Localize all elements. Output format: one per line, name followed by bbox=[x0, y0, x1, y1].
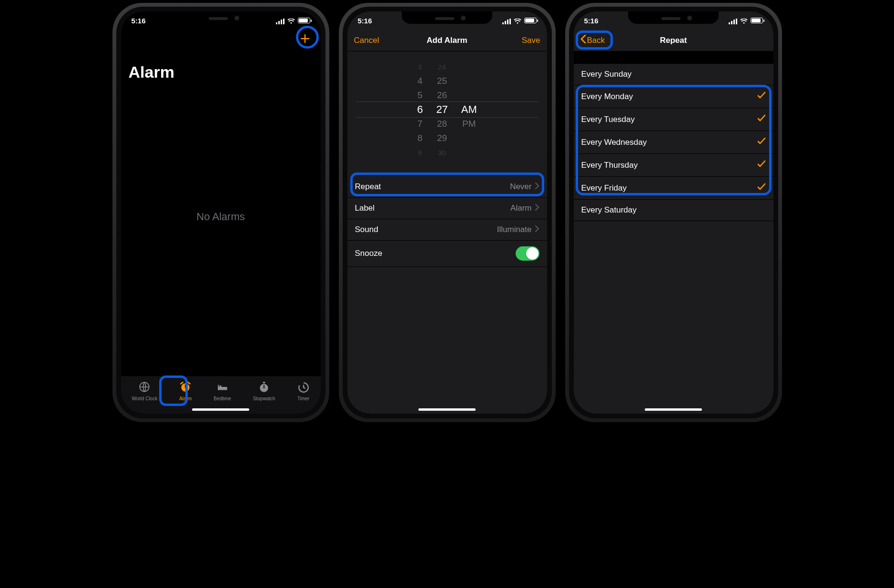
picker-value: 8 bbox=[417, 132, 423, 145]
svg-rect-10 bbox=[263, 382, 265, 383]
day-row-monday[interactable]: Every Monday bbox=[574, 85, 773, 108]
tab-world-clock[interactable]: World Clock bbox=[132, 381, 157, 401]
status-time: 5:16 bbox=[358, 17, 372, 25]
picker-value: 7 bbox=[417, 117, 423, 131]
home-indicator[interactable] bbox=[645, 408, 702, 411]
picker-value: 5 bbox=[417, 89, 423, 102]
stopwatch-icon bbox=[258, 381, 270, 394]
day-row-saturday[interactable]: Every Saturday bbox=[574, 200, 773, 221]
picker-value: 25 bbox=[437, 74, 447, 88]
svg-rect-13 bbox=[507, 20, 508, 24]
nav-bar: Back Repeat bbox=[574, 30, 773, 51]
screen-repeat: 5:16 Back Repeat bbox=[574, 11, 773, 414]
notch bbox=[402, 11, 492, 24]
tab-bedtime[interactable]: Bedtime bbox=[213, 381, 231, 401]
svg-rect-3 bbox=[283, 19, 284, 24]
row-label: Label bbox=[355, 203, 375, 213]
home-indicator[interactable] bbox=[418, 408, 476, 411]
day-label: Every Thursday bbox=[581, 161, 638, 170]
row-value: Alarm bbox=[510, 203, 531, 213]
battery-icon bbox=[298, 18, 310, 23]
day-label: Every Tuesday bbox=[581, 115, 635, 124]
day-row-friday[interactable]: Every Friday bbox=[574, 177, 773, 200]
notch bbox=[175, 11, 266, 24]
day-row-wednesday[interactable]: Every Wednesday bbox=[574, 131, 773, 154]
picker-period-column[interactable]: AM PM bbox=[461, 60, 477, 159]
svg-rect-16 bbox=[731, 21, 732, 24]
picker-value: PM bbox=[462, 117, 476, 131]
svg-rect-15 bbox=[729, 22, 730, 24]
row-label: Sound bbox=[355, 225, 378, 234]
picker-value: 24 bbox=[438, 60, 446, 73]
picker-value: 9 bbox=[418, 146, 422, 159]
chevron-right-icon bbox=[535, 203, 539, 213]
page-title: Alarm bbox=[129, 63, 321, 81]
tab-label: Timer bbox=[297, 396, 309, 401]
checkmark-icon bbox=[757, 114, 766, 125]
tab-label: Stopwatch bbox=[253, 396, 275, 401]
chevron-right-icon bbox=[535, 182, 539, 192]
svg-rect-17 bbox=[733, 20, 735, 24]
picker-value-selected: AM bbox=[461, 103, 477, 116]
day-row-sunday[interactable]: Every Sunday bbox=[574, 64, 773, 85]
back-button[interactable]: Back bbox=[574, 30, 612, 51]
checkmark-icon bbox=[757, 91, 766, 102]
tab-stopwatch[interactable]: Stopwatch bbox=[253, 381, 275, 401]
cellular-icon bbox=[276, 18, 284, 23]
add-alarm-button[interactable] bbox=[296, 30, 314, 49]
screen-add-alarm: 5:16 Cancel Add Alarm Save 3 bbox=[347, 11, 547, 414]
svg-rect-6 bbox=[218, 387, 227, 390]
battery-icon bbox=[751, 18, 763, 23]
notch bbox=[628, 11, 719, 24]
day-label: Every Saturday bbox=[581, 205, 637, 215]
day-row-tuesday[interactable]: Every Tuesday bbox=[574, 108, 773, 131]
nav-left-label: Back bbox=[587, 36, 605, 45]
cancel-button[interactable]: Cancel bbox=[347, 30, 386, 51]
timer-icon bbox=[297, 381, 310, 394]
row-label: Snooze bbox=[355, 249, 383, 258]
cellular-icon bbox=[729, 18, 737, 23]
tab-timer[interactable]: Timer bbox=[297, 381, 310, 401]
svg-rect-14 bbox=[509, 19, 511, 24]
svg-rect-1 bbox=[278, 21, 280, 24]
snooze-toggle[interactable] bbox=[516, 246, 539, 261]
tab-alarm[interactable]: Alarm bbox=[179, 381, 192, 401]
wifi-icon bbox=[287, 18, 295, 23]
time-picker[interactable]: 3 4 5 6 7 8 9 24 25 26 27 28 29 bbox=[347, 51, 547, 168]
day-label: Every Monday bbox=[581, 92, 633, 101]
status-time: 5:16 bbox=[132, 17, 146, 25]
row-label-alarm[interactable]: Label Alarm bbox=[347, 198, 547, 219]
svg-point-8 bbox=[219, 385, 221, 387]
svg-rect-2 bbox=[281, 20, 282, 24]
chevron-left-icon bbox=[580, 35, 586, 46]
wifi-icon bbox=[514, 18, 521, 23]
home-indicator[interactable] bbox=[192, 408, 249, 411]
checkmark-icon bbox=[757, 137, 766, 148]
svg-rect-7 bbox=[218, 385, 219, 390]
status-time: 5:16 bbox=[584, 17, 599, 25]
svg-rect-0 bbox=[276, 22, 277, 24]
row-value: Never bbox=[510, 182, 531, 192]
day-label: Every Sunday bbox=[581, 70, 632, 79]
picker-minute-column[interactable]: 24 25 26 27 28 29 30 bbox=[436, 60, 447, 159]
checkmark-icon bbox=[757, 182, 766, 193]
row-sound[interactable]: Sound Illuminate bbox=[347, 219, 547, 241]
chevron-right-icon bbox=[535, 225, 539, 234]
picker-hour-column[interactable]: 3 4 5 6 7 8 9 bbox=[417, 60, 423, 159]
screen-alarm-list: 5:16 bbox=[121, 11, 321, 414]
tab-label: Bedtime bbox=[213, 396, 231, 401]
svg-rect-12 bbox=[505, 21, 506, 24]
phone-frame-2: 5:16 Cancel Add Alarm Save 3 bbox=[339, 3, 556, 422]
nav-title: Repeat bbox=[660, 36, 687, 45]
day-row-thursday[interactable]: Every Thursday bbox=[574, 154, 773, 177]
checkmark-icon bbox=[757, 160, 766, 171]
tab-label: World Clock bbox=[132, 396, 157, 401]
cellular-icon bbox=[502, 18, 511, 23]
svg-rect-18 bbox=[736, 19, 737, 24]
save-button[interactable]: Save bbox=[515, 30, 547, 51]
picker-value: 29 bbox=[437, 132, 447, 145]
row-value: Illuminate bbox=[497, 225, 532, 234]
picker-value-selected: 27 bbox=[436, 103, 447, 116]
row-repeat[interactable]: Repeat Never bbox=[347, 176, 547, 198]
picker-value: 4 bbox=[417, 74, 423, 88]
